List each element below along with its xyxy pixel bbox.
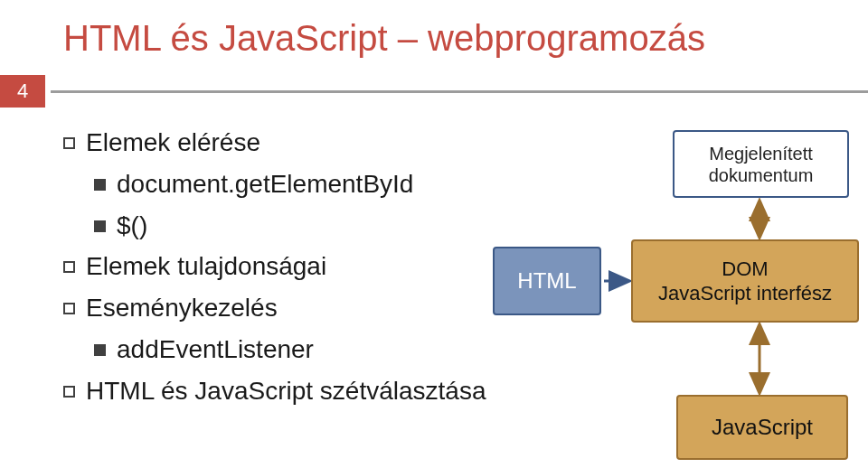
bullet-text: document.getElementById (117, 167, 413, 201)
bullet-icon (63, 303, 75, 314)
diagram-text: dokumentum (709, 165, 814, 185)
bullet-text: Elemek tulajdonságai (86, 249, 326, 284)
diagram-box-javascript: JavaScript (676, 395, 848, 460)
list-item: $() (94, 209, 488, 243)
diagram: Megjelenített dokumentum HTML DOM JavaSc… (488, 126, 868, 468)
bullet-text: addEventListener (117, 332, 314, 367)
list-item: Elemek tulajdonságai (63, 249, 488, 284)
bullet-text: Elemek elérése (86, 126, 260, 160)
list-item: HTML és JavaScript szétválasztása (63, 374, 488, 408)
diagram-box-dom: DOM JavaScript interfész (631, 239, 859, 323)
diagram-box-document: Megjelenített dokumentum (673, 130, 849, 198)
diagram-text: DOM (722, 257, 768, 280)
diagram-text: JavaScript interfész (658, 282, 832, 304)
slide-title: HTML és JavaScript – webprogramozás (0, 0, 868, 68)
bullet-icon (63, 137, 75, 149)
list-item: document.getElementById (94, 167, 488, 201)
bullet-text: Eseménykezelés (86, 291, 278, 325)
content-area: Elemek elérése document.getElementById $… (0, 126, 868, 468)
header-divider (51, 90, 868, 93)
diagram-text: JavaScript (712, 415, 813, 440)
diagram-text: Megjelenített (709, 144, 813, 164)
list-item: Eseménykezelés (63, 291, 488, 325)
page-number-badge: 4 (0, 75, 45, 108)
bullet-icon (63, 261, 75, 273)
bullet-icon (94, 179, 106, 191)
bullet-list: Elemek elérése document.getElementById $… (63, 126, 488, 468)
header-bar: 4 (0, 75, 868, 108)
bullet-icon (63, 386, 75, 398)
bullet-text: HTML és JavaScript szétválasztása (86, 374, 486, 408)
bullet-text: $() (117, 209, 147, 243)
bullet-icon (94, 344, 106, 356)
diagram-box-html: HTML (493, 247, 601, 315)
diagram-text: HTML (517, 268, 576, 294)
list-item: Elemek elérése (63, 126, 488, 160)
bullet-icon (94, 220, 106, 232)
list-item: addEventListener (94, 332, 488, 367)
